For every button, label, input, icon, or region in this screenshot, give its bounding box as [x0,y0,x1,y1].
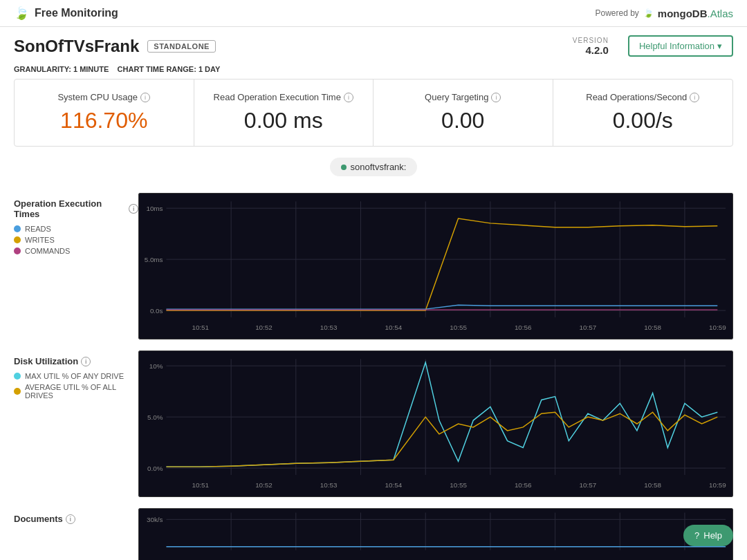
svg-text:10:57: 10:57 [580,481,597,489]
mongo-logo: mongoDB.Atlas [658,8,733,19]
logo-area: 🍃 Free Monitoring [14,6,118,21]
info-icon-disk[interactable]: i [81,357,91,366]
documents-legend: Documents i [14,508,138,560]
title-area: SonOfTVsFrank STANDALONE [14,37,216,56]
svg-text:10:55: 10:55 [450,481,467,489]
version-area: VERSION 4.2.0 [573,37,609,56]
version-number: 4.2.0 [573,44,609,56]
svg-text:10:58: 10:58 [644,324,661,331]
atlas-text: .Atlas [707,8,733,19]
legend-max-util: MAX UTIL % OF ANY DRIVE [14,372,138,380]
range-value: 1 DAY [199,65,220,73]
page-title: SonOfTVsFrank [14,37,139,56]
documents-chart-container: 30k/s [138,508,733,560]
svg-text:10:52: 10:52 [255,324,273,331]
metric-value-read-ops: 0.00/s [570,108,717,133]
svg-text:10:53: 10:53 [320,481,338,489]
svg-text:30k/s: 30k/s [147,516,163,523]
metric-value-cpu: 116.70% [31,108,177,133]
range-label: CHART TIME RANGE: [118,65,196,73]
svg-text:10:57: 10:57 [580,324,597,331]
sub-header: SonOfTVsFrank STANDALONE VERSION 4.2.0 H… [0,27,747,62]
question-icon: ? [694,530,699,541]
info-icon-documents[interactable]: i [66,514,75,524]
svg-text:10:56: 10:56 [515,481,532,489]
metric-label-cpu: System CPU Usage i [31,92,177,102]
info-icon-cpu[interactable]: i [140,93,150,102]
svg-text:10:55: 10:55 [450,324,467,331]
svg-text:0.0s: 0.0s [150,307,163,315]
disk-chart-container: 10% 5.0% 0.0% 10:51 10:52 10:53 10:54 10… [138,351,733,497]
metric-label-read-exec: Read Operation Execution Time i [211,92,357,102]
metric-cards: System CPU Usage i 116.70% Read Operatio… [14,79,733,147]
chart-section: sonoftvsfrank: Operation Execution Times… [0,158,747,560]
operation-legend: Operation Execution Times i READS WRITES… [14,193,138,339]
svg-text:10:51: 10:51 [192,324,209,331]
svg-text:10ms: 10ms [146,205,163,212]
svg-text:5.0%: 5.0% [147,413,163,421]
operation-execution-chart-row: Operation Execution Times i READS WRITES… [14,193,733,339]
powered-text: Powered by [595,8,638,18]
svg-text:10:58: 10:58 [644,481,661,489]
metric-card-cpu: System CPU Usage i 116.70% [15,80,194,146]
svg-text:10:56: 10:56 [515,324,532,331]
info-icon-query-targeting[interactable]: i [491,93,501,102]
avg-util-dot-icon [14,388,21,395]
legend-avg-util: AVERAGE UTIL % OF ALL DRIVES [14,383,138,400]
powered-area: Powered by 🍃 mongoDB.Atlas [595,8,733,19]
metric-label-read-ops: Read Operations/Second i [570,92,717,102]
metric-value-query-targeting: 0.00 [390,108,536,133]
disk-utilization-chart-row: Disk Utilization i MAX UTIL % OF ANY DRI… [14,351,733,497]
info-icon-operation[interactable]: i [129,204,138,214]
svg-text:10:51: 10:51 [192,481,209,489]
metric-value-read-exec: 0.00 ms [211,108,357,133]
legend-writes: WRITES [14,236,138,244]
host-name: sonoftvsfrank: [351,162,407,172]
legend-commands: COMMANDS [14,247,138,255]
granularity-bar: GRANULARITY: 1 MINUTE CHART TIME RANGE: … [0,62,747,79]
svg-text:0.0%: 0.0% [147,465,163,472]
svg-text:10:54: 10:54 [385,481,403,489]
helpful-information-button[interactable]: Helpful Information ▾ [628,35,733,57]
granularity-label: GRANULARITY: [14,65,71,73]
svg-text:10:59: 10:59 [709,324,726,331]
documents-chart-svg: 30k/s [139,509,732,560]
header-right: VERSION 4.2.0 Helpful Information ▾ [573,35,733,57]
standalone-badge: STANDALONE [147,40,216,53]
metric-card-query-targeting: Query Targeting i 0.00 [374,80,553,146]
metric-label-query-targeting: Query Targeting i [390,92,536,102]
host-bar: sonoftvsfrank: [330,158,418,176]
reads-dot-icon [14,225,21,232]
top-header: 🍃 Free Monitoring Powered by 🍃 mongoDB.A… [0,0,747,27]
info-icon-read-ops[interactable]: i [690,93,699,102]
leaf-icon: 🍃 [14,6,29,21]
writes-dot-icon [14,236,21,243]
logo-text: Free Monitoring [35,7,118,19]
svg-text:5.0ms: 5.0ms [145,256,163,263]
legend-reads: READS [14,225,138,233]
metric-card-read-exec: Read Operation Execution Time i 0.00 ms [194,80,374,146]
svg-text:10%: 10% [149,362,163,370]
disk-chart-svg: 10% 5.0% 0.0% 10:51 10:52 10:53 10:54 10… [139,351,732,496]
max-util-dot-icon [14,373,21,380]
info-icon-read-exec[interactable]: i [344,93,353,102]
mongo-text: mongoDB [658,8,708,19]
documents-section: Documents i 30k/s [14,508,733,560]
svg-text:10:52: 10:52 [255,481,273,489]
granularity-value: 1 MINUTE [73,65,109,73]
host-dot-icon [341,165,347,170]
mongo-leaf-icon: 🍃 [643,8,654,18]
operation-chart-container: 10ms 5.0ms 0.0s 10:51 10:52 10:53 10:54 … [138,193,733,339]
version-label: VERSION [573,37,609,44]
metric-card-read-ops: Read Operations/Second i 0.00/s [553,80,733,146]
operation-chart-svg: 10ms 5.0ms 0.0s 10:51 10:52 10:53 10:54 … [139,194,732,339]
documents-chart-title: Documents i [14,514,138,524]
commands-dot-icon [14,248,21,254]
svg-text:10:59: 10:59 [709,481,726,489]
svg-text:10:53: 10:53 [320,324,338,331]
help-button[interactable]: ? Help [683,525,733,546]
svg-text:10:54: 10:54 [385,324,403,331]
operation-chart-title: Operation Execution Times i [14,198,138,219]
disk-legend: Disk Utilization i MAX UTIL % OF ANY DRI… [14,351,138,497]
disk-chart-title: Disk Utilization i [14,356,138,366]
